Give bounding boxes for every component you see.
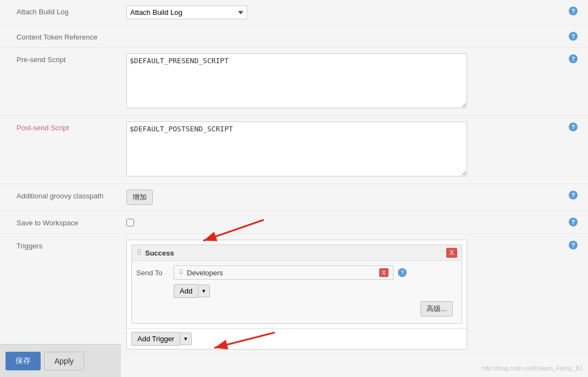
apply-button[interactable]: Apply [44,352,84,370]
post-send-script-help-cell: ? [566,120,583,134]
groovy-classpath-label: Additional groovy classpath [5,188,126,200]
trigger-close-button[interactable]: X [446,248,457,258]
content-token-reference-row: Content Token Reference ? [0,25,588,48]
advanced-button-wrapper: 高级... [136,298,457,319]
triggers-row: Triggers ⠿ Success X Send To [0,234,588,356]
groovy-classpath-row: Additional groovy classpath 增加 ? [0,184,588,211]
attach-build-log-label: Attach Build Log [5,4,126,16]
attach-build-log-select[interactable]: Attach Build Log [126,5,247,19]
pre-send-script-help-icon[interactable]: ? [569,54,578,63]
trigger-drag-handle: ⠿ [136,248,142,257]
triggers-input-cell: ⠿ Success X Send To ⠿ Developers X [126,239,566,351]
pre-send-script-label: Pre-send Script [5,52,126,64]
triggers-help-icon[interactable]: ? [569,241,578,250]
recipient-box: ⠿ Developers X [174,265,393,280]
post-send-script-input-cell [126,120,566,179]
recipient-name: Developers [187,269,376,277]
save-to-workspace-checkbox[interactable] [126,219,134,226]
add-recipient-dropdown: Add ▾ [174,284,210,298]
groovy-classpath-help-cell: ? [566,188,583,202]
content-token-reference-help-cell: ? [566,30,583,43]
groovy-classpath-help-icon[interactable]: ? [569,191,578,199]
pre-send-script-input-cell [126,52,566,111]
main-container: Attach Build Log Attach Build Log ? Cont… [0,0,588,377]
add-recipient-caret[interactable]: ▾ [198,285,210,297]
pre-send-script-textarea[interactable] [126,53,467,108]
form-area: Attach Build Log Attach Build Log ? Cont… [0,0,588,377]
add-trigger-button[interactable]: Add Trigger [131,332,180,346]
save-button[interactable]: 保存 [5,352,41,370]
post-send-script-wrapper [126,121,467,178]
attach-build-log-row: Attach Build Log Attach Build Log ? [0,0,588,25]
recipient-drag-handle: ⠿ [179,269,184,276]
triggers-label: Triggers [5,239,126,250]
triggers-help-cell: ? [566,239,583,252]
content-token-reference-label: Content Token Reference [5,30,126,41]
save-to-workspace-input-cell [126,215,566,229]
recipient-help-icon[interactable]: ? [398,268,407,277]
attach-build-log-help-icon[interactable]: ? [569,7,578,15]
send-to-label: Send To [136,269,169,277]
pre-send-script-wrapper [126,53,467,110]
post-send-script-help-icon[interactable]: ? [569,123,578,131]
add-trigger-row: Add Trigger ▾ [127,328,467,349]
content-token-reference-help-icon[interactable]: ? [569,32,578,41]
triggers-container: ⠿ Success X Send To ⠿ Developers X [126,240,467,350]
save-to-workspace-help-icon[interactable]: ? [569,218,578,226]
watermark: http://blog.csdn.net/Dream_Flying_BJ [482,365,583,372]
trigger-body-success: Send To ⠿ Developers X ? Add ▾ [132,261,462,323]
save-to-workspace-label: Save to Workspace [5,215,126,227]
save-to-workspace-row: Save to Workspace ? [0,211,588,234]
post-send-script-row: Post-send Script ? [0,116,588,184]
recipient-close-button[interactable]: X [379,268,389,277]
add-trigger-caret[interactable]: ▾ [180,332,192,345]
attach-build-log-help-cell: ? [566,4,583,18]
attach-build-log-input-cell: Attach Build Log [126,4,566,20]
post-send-script-textarea[interactable] [126,121,467,176]
advanced-button[interactable]: 高级... [420,301,453,317]
trigger-item-success: ⠿ Success X Send To ⠿ Developers X [131,245,462,324]
add-recipient-button[interactable]: Add [174,284,198,298]
groovy-classpath-input-cell: 增加 [126,188,566,206]
add-classpath-button[interactable]: 增加 [126,190,153,205]
post-send-script-label: Post-send Script [5,120,126,132]
trigger-header-success: ⠿ Success X [132,245,462,261]
pre-send-script-help-cell: ? [566,52,583,65]
content-token-reference-input-cell [126,30,566,32]
pre-send-script-row: Pre-send Script ? [0,48,588,116]
bottom-bar: 保存 Apply [0,344,121,377]
send-to-row: Send To ⠿ Developers X ? [136,265,457,280]
save-to-workspace-help-cell: ? [566,215,583,229]
trigger-title-success: Success [145,249,174,257]
